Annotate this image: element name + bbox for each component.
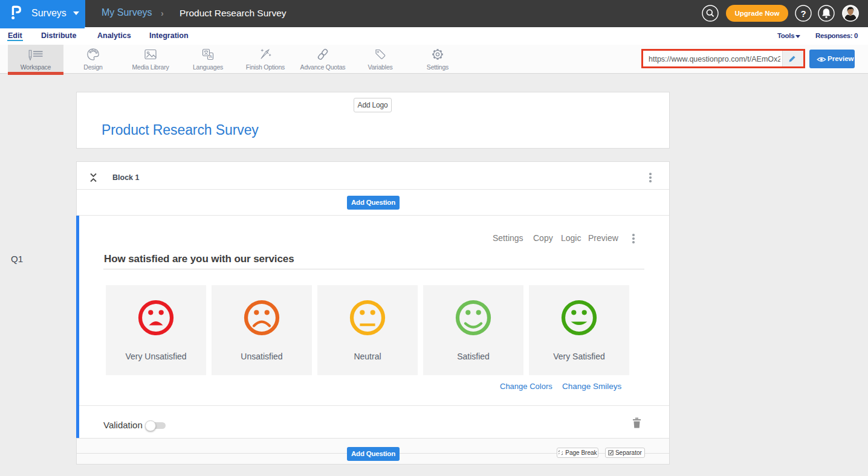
svg-text:?: ? xyxy=(800,8,806,19)
svg-text:A: A xyxy=(209,54,212,59)
